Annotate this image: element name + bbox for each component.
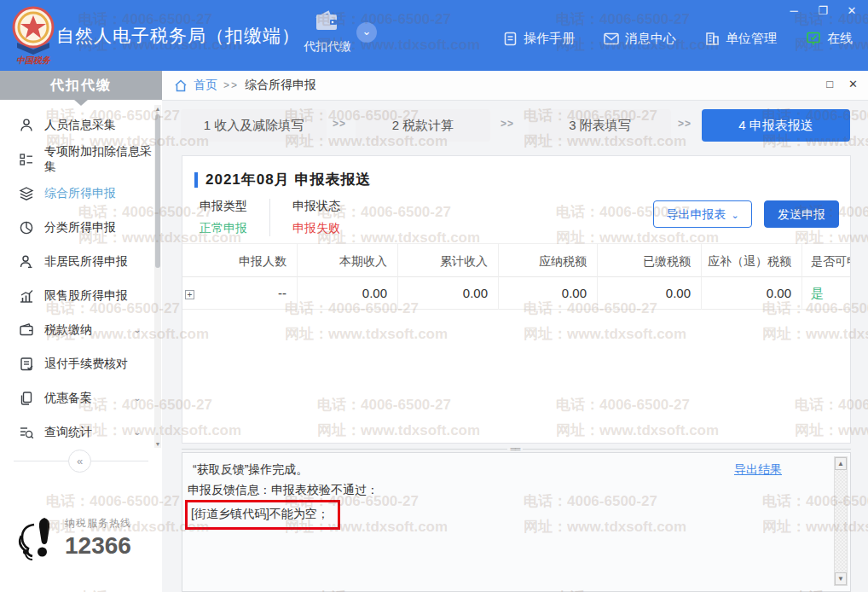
menu-manual-label: 操作手册 xyxy=(524,31,575,47)
feedback-error-highlighted: [街道乡镇代码]不能为空； xyxy=(185,500,340,530)
sidebar-menu: 人员信息采集 专项附加扣除信息采集 综合所得申报 xyxy=(0,108,153,450)
col-expand xyxy=(182,243,198,277)
menu-messages[interactable]: 消息中心 xyxy=(604,31,676,47)
restore-button[interactable]: ❐ xyxy=(815,3,830,19)
step-tab-2-tax-calc[interactable]: 2 税款计算 xyxy=(356,109,490,142)
sidebar-item-label: 优惠备案 xyxy=(44,391,92,406)
menu-unit-management[interactable]: 单位管理 xyxy=(705,31,777,47)
wallet-icon xyxy=(315,10,340,32)
close-button[interactable]: ✕ xyxy=(844,3,859,19)
chevron-down-icon: ⌄ xyxy=(133,427,142,437)
main-area: 首页 >> 综合所得申报 □ ✕ 1 收入及减除填写 >> 2 税款计算 >> … xyxy=(162,71,868,592)
export-declaration-label: 导出申报表 xyxy=(666,207,726,221)
cell-tax-payable: 0.00 xyxy=(499,277,598,310)
envelope-icon xyxy=(604,32,619,45)
sidebar-scrollbar[interactable]: ▲ ▼ xyxy=(154,105,161,448)
sidebar-item-label: 分类所得申报 xyxy=(44,220,116,235)
sidebar-header: 代扣代缴 xyxy=(0,71,162,100)
module-chevron-down-icon[interactable]: ⌄ xyxy=(356,22,377,43)
chevron-down-icon: ⌄ xyxy=(133,393,142,403)
layers-icon xyxy=(19,186,34,201)
wallet-icon xyxy=(19,322,34,338)
menu-manual[interactable]: 操作手册 xyxy=(503,31,575,47)
app-title: 自然人电子税务局（扣缴端） xyxy=(56,24,300,48)
splitter-grip-icon[interactable]: ══ xyxy=(507,446,523,452)
period-title-row: 2021年08月 申报表报送 xyxy=(194,170,371,189)
sidebar-item-nonresident-income[interactable]: 非居民所得申报 xyxy=(0,245,153,279)
cell-tax-paid: 0.00 xyxy=(598,277,702,310)
declaration-table: 申报人数 本期收入 累计收入 应纳税额 已缴税额 应补（退）税额 是否可申报 +… xyxy=(182,243,850,310)
menu-online-status[interactable]: 在线 xyxy=(806,31,853,47)
sidebar-item-personnel-info[interactable]: 人员信息采集 xyxy=(0,108,153,142)
breadcrumb-separator: >> xyxy=(223,79,239,91)
expand-row-icon[interactable]: + xyxy=(185,290,194,299)
col-tax-paid: 已缴税额 xyxy=(598,243,702,277)
bar-chart-icon xyxy=(19,288,34,304)
declaration-meta: 申报类型 正常申报 申报状态 申报失败 xyxy=(200,199,362,236)
cell-accumulated-income: 0.00 xyxy=(398,277,499,310)
send-declaration-button[interactable]: 发送申报 xyxy=(764,200,839,228)
export-declaration-button[interactable]: 导出申报表⌄ xyxy=(653,200,752,228)
breadcrumb-home[interactable]: 首页 xyxy=(194,78,217,93)
scroll-up-icon[interactable]: ▲ xyxy=(154,105,161,113)
col-declare-count: 申报人数 xyxy=(198,243,298,277)
sidebar-item-comprehensive-income[interactable]: 综合所得申报 xyxy=(0,177,153,211)
declare-status-label: 申报状态 xyxy=(292,199,340,214)
document-icon xyxy=(503,32,518,46)
menu-online-label: 在线 xyxy=(827,31,853,47)
breadcrumb-current: 综合所得申报 xyxy=(245,78,316,93)
scroll-up-icon[interactable]: ▲ xyxy=(835,457,847,470)
col-tax-payable: 应纳税额 xyxy=(499,243,598,277)
top-header-bar: 中国税务 自然人电子税务局（扣缴端） 代扣代缴 ⌄ 操作手册 xyxy=(0,0,868,71)
sidebar-item-label: 税款缴纳 xyxy=(44,322,92,338)
feedback-panel: “获取反馈”操作完成。 申报反馈信息：申报表校验不通过： [街道乡镇代码]不能为… xyxy=(182,452,851,592)
feedback-line-2: 申报反馈信息：申报表校验不通过： xyxy=(188,483,379,498)
hotline-block: 纳税服务热线 12366 xyxy=(15,514,160,574)
sidebar-item-fee-refund-check[interactable]: 退付手续费核对 xyxy=(0,347,153,381)
app-window: 中国税务 自然人电子税务局（扣缴端） 代扣代缴 ⌄ 操作手册 xyxy=(0,0,868,592)
sidebar-item-classified-income[interactable]: 分类所得申报 xyxy=(0,211,153,245)
step-tab-3-attachments[interactable]: 3 附表填写 xyxy=(529,109,671,142)
scroll-down-icon[interactable]: ▼ xyxy=(835,572,847,585)
cell-current-income: 0.00 xyxy=(298,277,398,310)
step-separator: >> xyxy=(678,118,692,130)
sidebar-item-query-statistics[interactable]: 查询统计 ⌄ xyxy=(0,415,153,450)
step-tab-4-submit[interactable]: 4 申报表报送 xyxy=(702,109,850,142)
pane-splitter[interactable]: ══ xyxy=(182,446,851,452)
hotline-number: 12366 xyxy=(65,532,131,560)
cell-declare-count: -- xyxy=(198,277,298,310)
sidebar-item-tax-payment[interactable]: 税款缴纳 ⌄ xyxy=(0,313,153,347)
inner-window-controls: □ ✕ xyxy=(826,78,858,90)
panel-close-button[interactable]: ✕ xyxy=(848,78,858,90)
declare-type-value: 正常申报 xyxy=(200,221,247,236)
sidebar-item-preferential-filing[interactable]: 优惠备案 ⌄ xyxy=(0,381,153,415)
person-badge-icon xyxy=(19,254,34,270)
declare-type-block: 申报类型 正常申报 xyxy=(200,199,269,236)
sidebar-item-label: 限售股所得申报 xyxy=(44,288,128,304)
building-icon xyxy=(705,32,720,46)
cell-tax-supplement-refund: 0.00 xyxy=(702,277,802,310)
collapse-sidebar-button[interactable]: « xyxy=(68,450,91,473)
feedback-line-1: “获取反馈”操作完成。 xyxy=(193,462,308,478)
menu-messages-label: 消息中心 xyxy=(625,31,676,47)
tab-daikou-daijiao[interactable]: 代扣代缴 xyxy=(300,10,355,63)
feedback-scrollbar[interactable]: ▲ ▼ xyxy=(834,456,848,586)
sidebar-item-label: 人员信息采集 xyxy=(44,118,116,133)
chevron-down-icon: ⌄ xyxy=(731,210,738,220)
sidebar-collapse-row: « xyxy=(0,450,162,473)
home-icon[interactable] xyxy=(174,79,188,92)
hotline-headset-icon xyxy=(15,514,60,566)
export-results-link[interactable]: 导出结果 xyxy=(734,462,782,478)
col-accumulated-income: 累计收入 xyxy=(398,243,499,277)
sidebar-item-restricted-shares[interactable]: 限售股所得申报 xyxy=(0,279,153,313)
sidebar-item-special-deduction[interactable]: 专项附加扣除信息采集 xyxy=(0,142,153,177)
scrollbar-thumb[interactable] xyxy=(155,114,160,268)
top-menu: 操作手册 消息中心 单位管理 xyxy=(503,31,853,47)
action-buttons: 导出申报表⌄ 发送申报 xyxy=(653,200,839,228)
search-list-icon xyxy=(19,425,34,440)
declare-type-label: 申报类型 xyxy=(200,199,247,214)
step-tab-1-income[interactable]: 1 收入及减除填写 xyxy=(181,109,327,142)
panel-maximize-button[interactable]: □ xyxy=(826,78,833,90)
minimize-button[interactable]: ─ xyxy=(786,3,801,19)
scroll-down-icon[interactable]: ▼ xyxy=(154,440,161,448)
